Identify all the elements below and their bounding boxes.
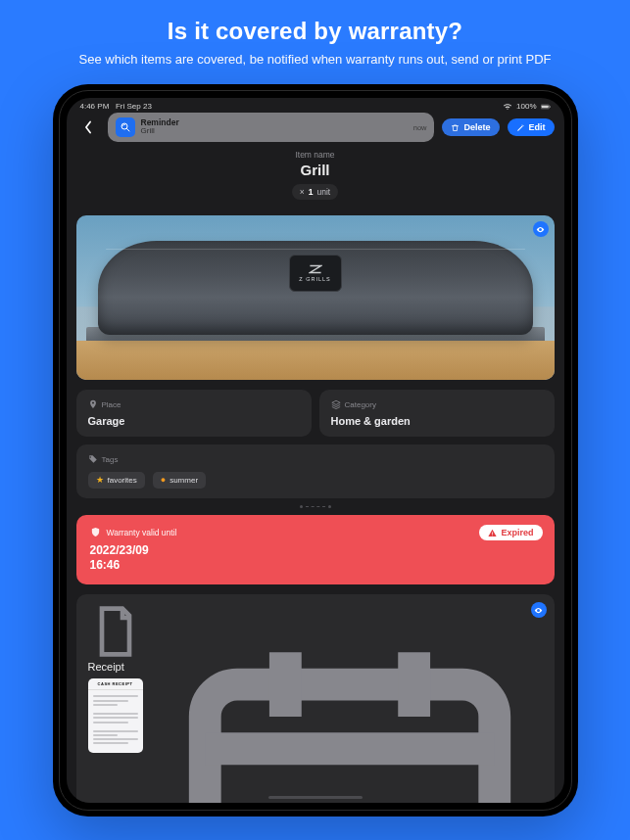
receipt-left: Receipt CASH RECEIPT bbox=[88, 604, 143, 803]
promo-subtext: See which items are covered, be notified… bbox=[79, 51, 552, 69]
warranty-date: 2022/23/09 16:46 bbox=[90, 543, 541, 573]
photo-brand-badge: Z GRILLS bbox=[289, 255, 342, 292]
warranty-card[interactable]: Warranty valid until 2022/23/09 16:46 Ex… bbox=[76, 515, 555, 584]
category-value: Home & garden bbox=[331, 415, 543, 427]
tag-icon bbox=[88, 454, 98, 464]
tag-chip[interactable]: ★ favorites bbox=[88, 472, 145, 489]
tags-label: Tags bbox=[88, 454, 543, 464]
promo-headline: Is it covered by warranty? bbox=[79, 18, 552, 45]
receipt-label-text: Receipt bbox=[88, 661, 124, 673]
ipad-frame: 4:46 PM Fri Sep 23 100% Reminder bbox=[53, 84, 578, 817]
item-detail: Item name Grill × 1 unit Z GRILLS bbox=[67, 148, 564, 803]
delete-label: Delete bbox=[463, 122, 490, 132]
status-bar: 4:46 PM Fri Sep 23 100% bbox=[67, 98, 564, 111]
item-name: Grill bbox=[76, 162, 555, 178]
tags-label-text: Tags bbox=[102, 455, 119, 464]
warranty-time-value: 16:46 bbox=[90, 558, 121, 572]
eye-icon bbox=[534, 606, 543, 615]
battery-pct: 100% bbox=[516, 102, 536, 111]
status-date: Fri Sep 23 bbox=[116, 102, 152, 111]
section-divider bbox=[76, 506, 555, 507]
category-card[interactable]: Category Home & garden bbox=[319, 390, 555, 437]
unit-word: unit bbox=[316, 187, 330, 197]
purchased-on-block: Purchased on 2022/23/09 bbox=[157, 604, 543, 803]
battery-icon bbox=[541, 103, 551, 111]
notification-subtitle: Grill bbox=[141, 127, 179, 136]
tag-chip[interactable]: ● summer bbox=[153, 472, 206, 489]
promo-banner: Is it covered by warranty? See which ite… bbox=[50, 0, 581, 84]
notification-time: now bbox=[413, 123, 427, 132]
tags-row: ★ favorites ● summer bbox=[88, 472, 543, 489]
trash-icon bbox=[451, 123, 460, 132]
expired-badge: Expired bbox=[479, 525, 542, 540]
item-photo[interactable]: Z GRILLS bbox=[76, 215, 555, 380]
category-label: Category bbox=[331, 399, 543, 409]
tag-emoji: ● bbox=[161, 476, 166, 485]
status-right: 100% bbox=[503, 102, 550, 111]
document-icon bbox=[88, 604, 143, 659]
warranty-date-value: 2022/23/09 bbox=[90, 543, 149, 557]
pencil-icon bbox=[516, 123, 525, 132]
notification-texts: Reminder Grill bbox=[141, 118, 179, 136]
place-label-text: Place bbox=[102, 400, 121, 409]
delete-button[interactable]: Delete bbox=[442, 118, 499, 136]
svg-rect-2 bbox=[549, 106, 550, 108]
warranty-label-text: Warranty valid until bbox=[107, 528, 177, 537]
pin-icon bbox=[88, 399, 98, 409]
receipt-card[interactable]: Receipt CASH RECEIPT bbox=[76, 594, 555, 803]
status-left: 4:46 PM Fri Sep 23 bbox=[80, 102, 152, 111]
photo-view-button[interactable] bbox=[533, 221, 549, 237]
eye-icon bbox=[536, 225, 545, 234]
purchased-on-label: Purchased on bbox=[157, 604, 543, 803]
notification-banner[interactable]: Reminder Grill now bbox=[108, 113, 435, 142]
layers-icon bbox=[331, 399, 341, 409]
item-header: Item name Grill × 1 unit bbox=[76, 148, 555, 206]
magnifier-refresh-icon bbox=[120, 121, 131, 133]
top-bar: Reminder Grill now Delete Edit bbox=[67, 111, 564, 148]
receipt-label: Receipt bbox=[88, 604, 143, 673]
place-card[interactable]: Place Garage bbox=[76, 390, 312, 437]
svg-rect-1 bbox=[541, 106, 548, 108]
shield-icon bbox=[90, 527, 101, 537]
notification-app-icon bbox=[116, 117, 135, 137]
tags-card[interactable]: Tags ★ favorites ● summer bbox=[76, 444, 555, 498]
place-value: Garage bbox=[88, 415, 300, 427]
edit-button[interactable]: Edit bbox=[508, 118, 555, 136]
receipt-view-button[interactable] bbox=[531, 602, 547, 618]
place-label: Place bbox=[88, 399, 300, 409]
info-grid: Place Garage Category Home & garden bbox=[76, 390, 555, 437]
brand-logo-icon bbox=[309, 264, 322, 274]
status-time: 4:46 PM bbox=[80, 102, 110, 111]
unit-prefix: × bbox=[300, 187, 305, 197]
edit-label: Edit bbox=[529, 122, 546, 132]
receipt-right: Purchased on 2022/23/09 Purchased at ABC… bbox=[157, 604, 543, 803]
receipt-thumb-title: CASH RECEIPT bbox=[88, 678, 143, 690]
tag-name: favorites bbox=[108, 476, 137, 485]
unit-count: 1 bbox=[309, 187, 314, 197]
back-button[interactable] bbox=[76, 120, 100, 134]
category-label-text: Category bbox=[345, 400, 376, 409]
tag-emoji: ★ bbox=[96, 476, 104, 485]
photo-brand-text: Z GRILLS bbox=[299, 276, 330, 282]
unit-chip: × 1 unit bbox=[292, 184, 338, 200]
app-screen: 4:46 PM Fri Sep 23 100% Reminder bbox=[67, 98, 564, 803]
wifi-icon bbox=[503, 103, 512, 111]
receipt-thumbnail[interactable]: CASH RECEIPT bbox=[88, 678, 143, 753]
warranty-label: Warranty valid until bbox=[90, 527, 541, 537]
item-name-label: Item name bbox=[76, 150, 555, 160]
home-indicator[interactable] bbox=[268, 796, 363, 799]
expired-text: Expired bbox=[501, 528, 533, 537]
receipt-thumb-lines bbox=[88, 690, 143, 749]
warning-icon bbox=[488, 529, 497, 537]
chevron-left-icon bbox=[82, 120, 94, 134]
photo-wood bbox=[76, 341, 555, 380]
calendar-icon bbox=[157, 604, 543, 803]
tag-name: summer bbox=[170, 476, 198, 485]
